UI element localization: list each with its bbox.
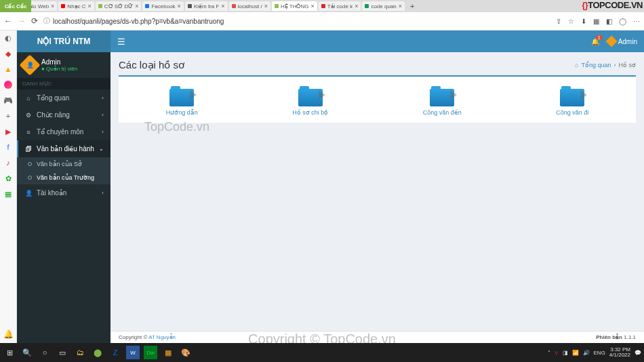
sys-bell-icon[interactable]: 🔔 bbox=[3, 329, 14, 339]
sidebar-subitem[interactable]: Văn bản của Trường bbox=[17, 171, 110, 184]
browser-tab[interactable]: Nhạc C× bbox=[58, 1, 94, 11]
footer-author-link[interactable]: AT Nguyễn bbox=[148, 334, 176, 340]
app-container: NỘI TRÚ NTM 👤 Admin ● Quản trị viên DANH… bbox=[17, 31, 644, 343]
browser-tab[interactable]: Kiểm tra F× bbox=[185, 1, 228, 11]
close-icon[interactable]: × bbox=[51, 3, 54, 9]
info-icon: ⓘ bbox=[43, 16, 50, 26]
breadcrumb-current: Hồ sơ bbox=[619, 62, 637, 68]
sys-icon-a[interactable]: ♪ bbox=[3, 158, 13, 167]
brand-text: NỘI TRÚ NTM bbox=[37, 37, 90, 46]
browser-tab[interactable]: CƠ SỞ DỮ× bbox=[96, 1, 142, 11]
tray-lang[interactable]: ENG bbox=[594, 350, 605, 356]
sys-icon-2[interactable]: ◆ bbox=[3, 49, 13, 58]
folders-box: Hướng dẫnHồ sơ chi bộCông văn đếnCông vă… bbox=[119, 75, 636, 123]
extension1-icon[interactable]: ▦ bbox=[593, 18, 599, 25]
sidebar-item[interactable]: ⌂Tổng quan‹ bbox=[17, 89, 110, 106]
star-icon[interactable]: ☆ bbox=[568, 18, 574, 25]
tray-icon-2[interactable]: ◨ bbox=[563, 350, 568, 356]
home-icon: ⌂ bbox=[575, 62, 578, 68]
zalo-task-icon[interactable]: Z bbox=[108, 346, 122, 359]
folder-item[interactable]: Hồ sơ chi bộ bbox=[292, 86, 328, 116]
menu-icon[interactable]: ⋯ bbox=[633, 18, 640, 25]
url-text: localhost/quanli/pages/ds-vb.php?p=vb&a=… bbox=[53, 18, 224, 25]
menu-item-label: Tài khoản bbox=[37, 189, 97, 197]
sys-icon-plus[interactable]: + bbox=[3, 111, 13, 121]
tab-strip: Zalo Web×Nhạc C×CƠ SỞ DỮ×Facebook×Kiểm t… bbox=[0, 0, 644, 12]
browser-tab[interactable]: Facebook× bbox=[142, 1, 183, 11]
explorer-icon[interactable]: 🗂 bbox=[73, 346, 87, 359]
close-icon[interactable]: × bbox=[135, 3, 138, 9]
sys-icon-fire[interactable]: ▲ bbox=[3, 64, 13, 74]
close-icon[interactable]: × bbox=[355, 3, 358, 9]
browser-tab[interactable]: HỆ THỐNG× bbox=[272, 1, 317, 11]
close-icon[interactable]: × bbox=[264, 3, 268, 9]
sys-icon-game[interactable]: 🎮 bbox=[3, 96, 13, 105]
sidebar-section-header: DANH MỤC bbox=[17, 78, 110, 89]
breadcrumb-home[interactable]: Tổng quan bbox=[581, 62, 611, 68]
menu-item-icon: ≡ bbox=[25, 129, 32, 136]
folder-item[interactable]: Hướng dẫn bbox=[166, 86, 198, 116]
coccoc-task-icon[interactable]: ⬤ bbox=[91, 346, 104, 359]
search-icon[interactable]: 🔍 bbox=[20, 346, 34, 359]
browser-tab[interactable]: code quan× bbox=[362, 1, 405, 11]
new-tab-button[interactable]: + bbox=[406, 2, 418, 10]
tray-chevron-icon[interactable]: ˄ bbox=[548, 350, 550, 356]
start-button[interactable]: ⊞ bbox=[3, 346, 16, 359]
sidebar-item[interactable]: ⚙Chức năng‹ bbox=[17, 106, 110, 123]
menu-item-label: Tổ chuyên môn bbox=[37, 128, 97, 136]
close-icon[interactable]: × bbox=[310, 3, 314, 9]
sys-icon-1[interactable]: ◐ bbox=[3, 33, 13, 43]
extension2-icon[interactable]: ◧ bbox=[606, 18, 612, 25]
close-icon[interactable]: × bbox=[88, 3, 92, 9]
sys-icon-c[interactable]: ▦ bbox=[3, 189, 13, 199]
watermark-text: TopCode.vn bbox=[144, 120, 209, 134]
sys-icon-fb[interactable]: f bbox=[3, 142, 13, 152]
caret-icon: ‹ bbox=[102, 190, 104, 196]
wifi-icon[interactable]: 📶 bbox=[572, 350, 579, 356]
sys-icon-b[interactable]: ✿ bbox=[3, 174, 13, 183]
back-button[interactable]: ← bbox=[4, 16, 12, 26]
taskbar-clock[interactable]: 3:32 PM 4/1/2022 bbox=[609, 347, 630, 358]
volume-icon[interactable]: 🔊 bbox=[583, 350, 590, 356]
top-nav: ☰ 🔔1 Admin bbox=[110, 31, 644, 52]
cortana-icon[interactable]: ○ bbox=[38, 346, 52, 359]
hamburger-icon[interactable]: ☰ bbox=[117, 37, 125, 47]
word-task-icon[interactable]: W bbox=[126, 346, 140, 359]
user-avatar: 👤 bbox=[19, 54, 40, 75]
download-icon[interactable]: ⬇ bbox=[581, 18, 586, 25]
page-title: Các loại hồ sơ bbox=[119, 59, 184, 71]
url-field[interactable]: ⓘ localhost/quanli/pages/ds-vb.php?p=vb&… bbox=[43, 16, 550, 26]
user-role: ● Quản trị viên bbox=[41, 66, 77, 72]
sidebar-subitem[interactable]: Văn bản của Sở bbox=[17, 157, 110, 171]
taskview-icon[interactable]: ▭ bbox=[56, 346, 69, 359]
sys-icon-messenger[interactable] bbox=[3, 80, 13, 89]
brand-bar[interactable]: NỘI TRÚ NTM bbox=[17, 31, 110, 52]
close-icon[interactable]: × bbox=[399, 3, 402, 9]
profile-icon[interactable]: ◯ bbox=[619, 18, 626, 25]
close-icon[interactable]: × bbox=[178, 3, 181, 9]
app-task-icon[interactable]: ▦ bbox=[161, 346, 175, 359]
topcode-watermark: {}TOPCODE.VN bbox=[582, 0, 643, 10]
sidebar-item[interactable]: 👤Tài khoản‹ bbox=[17, 184, 110, 201]
close-icon[interactable]: × bbox=[221, 3, 224, 9]
menu-item-icon: 🗐 bbox=[25, 146, 32, 153]
browser-tab[interactable]: Tải code k× bbox=[319, 1, 361, 11]
folder-item[interactable]: Công văn đi bbox=[556, 86, 588, 116]
folder-item[interactable]: Công văn đến bbox=[423, 86, 462, 116]
notification-bell[interactable]: 🔔1 bbox=[591, 38, 599, 45]
notifications-icon[interactable]: 💬 bbox=[635, 350, 641, 356]
sidebar-item[interactable]: ≡Tổ chuyên môn‹ bbox=[17, 123, 110, 140]
windows-taskbar: ⊞ 🔍 ○ ▭ 🗂 ⬤ Z W Dw ▦ 🎨 ˄ V ◨ 📶 🔊 ENG 3:3… bbox=[0, 343, 644, 362]
menu-item-icon: 👤 bbox=[25, 190, 32, 197]
share-icon[interactable]: ⇪ bbox=[556, 18, 561, 25]
browser-tab[interactable]: localhost /× bbox=[229, 1, 270, 11]
tray-icon-1[interactable]: V bbox=[555, 350, 558, 356]
reload-button[interactable]: ⟳ bbox=[31, 16, 38, 26]
sys-icon-yt[interactable]: ▶ bbox=[3, 127, 13, 136]
sidebar-item[interactable]: 🗐Văn bản điều hành⌄ bbox=[17, 140, 110, 157]
paint-task-icon[interactable]: 🎨 bbox=[179, 346, 193, 359]
forward-button[interactable]: → bbox=[18, 16, 26, 26]
topnav-user[interactable]: Admin bbox=[607, 37, 637, 45]
dw-task-icon[interactable]: Dw bbox=[144, 346, 157, 359]
app-sidebar: NỘI TRÚ NTM 👤 Admin ● Quản trị viên DANH… bbox=[17, 31, 110, 343]
